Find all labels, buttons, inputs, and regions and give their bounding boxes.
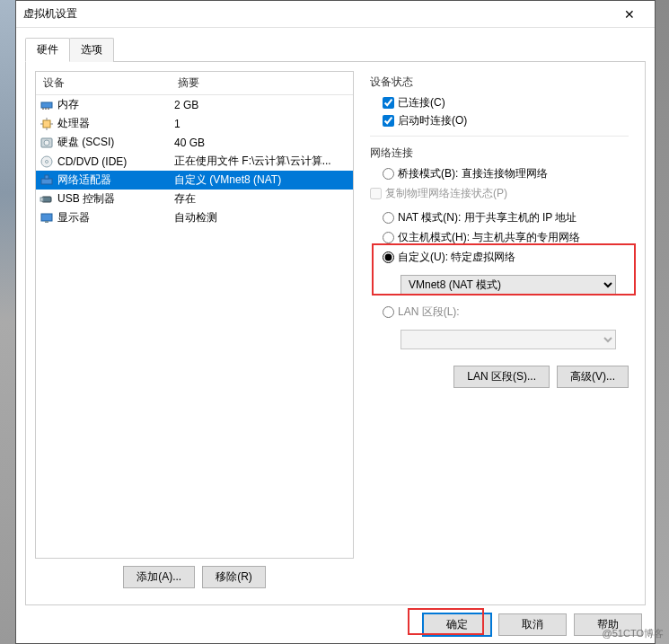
device-list[interactable]: 设备 摘要 内存2 GB处理器1硬盘 (SCSI)40 GBCD/DVD (ID… [35, 71, 354, 559]
device-row[interactable]: 显示器自动检测 [36, 208, 353, 227]
nat-radio[interactable]: NAT 模式(N): 用于共享主机的 IP 地址 [383, 210, 629, 225]
svg-rect-14 [45, 175, 48, 179]
device-summary: 自动检测 [174, 210, 349, 225]
hostonly-input[interactable] [383, 232, 394, 243]
disk-icon [40, 136, 54, 150]
bridged-input[interactable] [383, 168, 394, 180]
device-name: 显示器 [57, 210, 90, 225]
device-summary: 40 GB [174, 137, 349, 149]
memory-icon [40, 98, 54, 112]
connect-at-power-on-checkbox[interactable]: 启动时连接(O) [383, 113, 629, 128]
titlebar: 虚拟机设置 ✕ [16, 1, 655, 28]
svg-rect-13 [41, 179, 52, 184]
svg-rect-16 [40, 198, 43, 201]
network-connection-label: 网络连接 [370, 146, 629, 161]
bridged-radio[interactable]: 桥接模式(B): 直接连接物理网络 [383, 166, 629, 181]
device-name: 处理器 [57, 116, 90, 131]
custom-input[interactable] [383, 251, 394, 263]
connected-input[interactable] [383, 97, 394, 109]
nat-input[interactable] [383, 212, 394, 224]
svg-rect-0 [41, 102, 52, 108]
replicate-checkbox: 复制物理网络连接状态(P) [370, 186, 629, 201]
column-summary: 摘要 [171, 72, 353, 94]
hostonly-radio[interactable]: 仅主机模式(H): 与主机共享的专用网络 [383, 230, 629, 245]
device-name: 硬盘 (SCSI) [57, 135, 114, 150]
device-row[interactable]: USB 控制器存在 [36, 190, 353, 208]
remove-button[interactable]: 移除(R) [202, 566, 266, 588]
lan-segment-radio[interactable]: LAN 区段(L): [383, 304, 629, 320]
connect-at-power-on-input[interactable] [383, 115, 394, 127]
svg-rect-17 [41, 214, 52, 221]
cd-icon [40, 154, 54, 169]
lan-input[interactable] [383, 306, 394, 318]
tab-strip: 硬件 选项 [25, 37, 646, 62]
svg-rect-4 [43, 120, 50, 128]
device-summary: 自定义 (VMnet8 (NAT) [174, 172, 349, 188]
watermark: @51CTO博客 [603, 627, 664, 640]
device-name: USB 控制器 [57, 191, 115, 207]
svg-rect-1 [42, 108, 44, 110]
device-row[interactable]: CD/DVD (IDE)正在使用文件 F:\云计算\云计算... [36, 152, 353, 171]
device-summary: 2 GB [174, 99, 349, 111]
svg-point-12 [46, 160, 48, 163]
svg-rect-2 [45, 108, 47, 110]
device-list-header: 设备 摘要 [36, 72, 353, 95]
connected-checkbox[interactable]: 已连接(C) [383, 95, 629, 110]
device-name: 网络适配器 [57, 172, 111, 188]
column-device: 设备 [36, 72, 171, 94]
svg-rect-3 [48, 108, 49, 110]
display-icon [40, 211, 54, 225]
device-summary: 1 [174, 118, 349, 130]
device-summary: 存在 [174, 191, 349, 207]
lan-segment-dropdown [401, 330, 616, 349]
lan-segments-button[interactable]: LAN 区段(S)... [453, 366, 550, 388]
usb-icon [40, 192, 54, 207]
close-icon[interactable]: ✕ [612, 2, 647, 27]
ok-button[interactable]: 确定 [423, 613, 491, 636]
svg-point-10 [44, 140, 49, 146]
custom-radio[interactable]: 自定义(U): 特定虚拟网络 [383, 250, 629, 265]
cancel-button[interactable]: 取消 [498, 613, 567, 636]
add-button[interactable]: 添加(A)... [123, 566, 195, 588]
tab-options[interactable]: 选项 [69, 38, 114, 62]
replicate-input [370, 188, 382, 199]
cpu-icon [40, 117, 54, 131]
device-row[interactable]: 内存2 GB [36, 95, 353, 114]
settings-panel: 设备状态 已连接(C) 启动时连接(O) 网络连接 桥接模式(B): 直接连接物… [363, 71, 636, 595]
custom-network-dropdown[interactable]: VMnet8 (NAT 模式) [401, 275, 616, 295]
svg-rect-18 [45, 221, 48, 223]
device-status-label: 设备状态 [370, 75, 629, 90]
device-row[interactable]: 网络适配器自定义 (VMnet8 (NAT) [36, 171, 353, 190]
advanced-button[interactable]: 高级(V)... [557, 366, 629, 388]
dialog-title: 虚拟机设置 [23, 6, 612, 22]
device-row[interactable]: 硬盘 (SCSI)40 GB [36, 133, 353, 152]
dialog-footer: 确定 取消 帮助 [16, 605, 655, 643]
vm-settings-dialog: 虚拟机设置 ✕ 硬件 选项 设备 摘要 内存2 GB处理器1硬盘 (SCSI)4… [15, 0, 656, 644]
device-summary: 正在使用文件 F:\云计算\云计算... [174, 154, 349, 169]
device-name: CD/DVD (IDE) [57, 155, 127, 168]
network-icon [40, 173, 54, 188]
tab-hardware[interactable]: 硬件 [25, 38, 70, 62]
device-row[interactable]: 处理器1 [36, 114, 353, 133]
device-name: 内存 [57, 97, 79, 112]
